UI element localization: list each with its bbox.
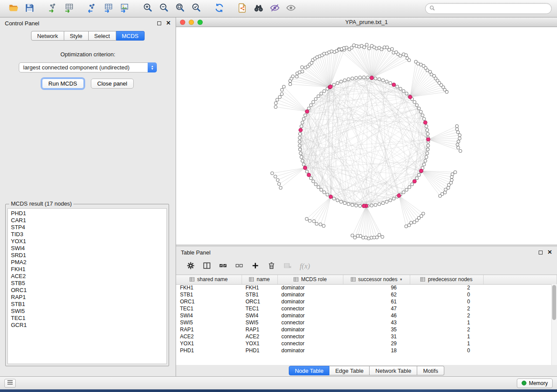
mcds-result-item[interactable]: STP4 [11,224,166,231]
table-cell[interactable]: 29 [343,340,410,347]
table-cell[interactable]: dominator [277,312,343,319]
hide-selected-button[interactable] [266,2,283,16]
table-cell[interactable]: ORC1 [242,298,277,305]
table-row[interactable]: ACE2ACE2connector311 [176,333,557,340]
save-session-button[interactable] [21,2,38,16]
table-cell[interactable]: dominator [277,326,343,333]
close-panel-icon[interactable]: ✕ [166,21,171,25]
table-cell[interactable]: PHD1 [176,347,242,354]
table-cell[interactable]: 2 [410,326,483,333]
table-scrollbar[interactable] [551,284,557,365]
table-cell[interactable]: ACE2 [176,333,242,340]
import-network-button[interactable] [45,2,61,16]
zoom-in-button[interactable] [139,2,156,16]
export-image-button[interactable] [116,2,132,16]
mcds-result-item[interactable]: TEC1 [11,315,166,322]
memory-button[interactable]: Memory [517,378,553,388]
table-cell[interactable]: 1 [410,333,483,340]
column-header-successor-nodes[interactable]: successor nodes ▾ [343,275,410,284]
table-cell[interactable]: 0 [410,291,483,298]
table-cell[interactable]: connector [277,305,343,312]
function-builder-button[interactable]: f(x) [300,260,310,272]
table-cell[interactable]: TEC1 [242,305,277,312]
panels-menu-button[interactable] [4,379,16,388]
sort-chevron-icon[interactable]: ▾ [400,277,402,282]
table-row[interactable]: YOX1YOX1connector291 [176,340,557,347]
mcds-result-item[interactable]: SWI4 [11,245,166,252]
table-cell[interactable]: RAP1 [242,326,277,333]
table-cell[interactable]: 2 [410,284,483,291]
show-all-button[interactable] [283,2,299,16]
mcds-result-item[interactable]: PMA2 [11,259,166,266]
apply-layout-button[interactable] [211,2,227,16]
show-columns-button[interactable] [203,260,211,272]
table-settings-button[interactable] [187,260,195,272]
table-cell[interactable]: YOX1 [242,340,277,347]
zoom-out-button[interactable] [156,2,172,16]
table-cell[interactable]: ORC1 [176,298,242,305]
mcds-result-list[interactable]: PHD1CAR1STP4TID3YOX1SWI4SRD1PMA2FKH1ACE2… [7,208,167,364]
network-frame-titlebar[interactable]: YPA_prune.txt_1 [176,17,557,27]
table-cell[interactable]: TEC1 [176,305,242,312]
import-table-button[interactable] [61,2,77,16]
table-cell[interactable]: 2 [410,312,483,319]
tab-network[interactable]: Network [31,31,64,41]
table-row[interactable]: PHD1PHD1dominator180 [176,347,557,354]
table-cell[interactable]: SWI4 [176,312,242,319]
mcds-result-item[interactable]: PHD1 [11,210,166,217]
table-row[interactable]: FKH1FKH1dominator962 [176,284,557,291]
table-cell[interactable]: 47 [343,305,410,312]
table-cell[interactable]: 1 [410,319,483,326]
mcds-result-item[interactable]: RAP1 [11,294,166,301]
mcds-result-item[interactable]: SRD1 [11,252,166,259]
tab-select[interactable]: Select [89,31,116,41]
tab-mcds[interactable]: MCDS [116,31,145,41]
table-cell[interactable]: SWI5 [176,319,242,326]
table-cell[interactable]: 0 [410,298,483,305]
table-cell[interactable]: FKH1 [176,284,242,291]
table-cell[interactable]: connector [277,340,343,347]
tab-motifs[interactable]: Motifs [417,366,444,375]
tab-node-table[interactable]: Node Table [289,366,330,375]
table-cell[interactable]: 62 [343,291,410,298]
close-table-panel-icon[interactable]: ✕ [547,250,552,254]
table-cell[interactable]: dominator [277,298,343,305]
table-cell[interactable]: STB1 [242,291,277,298]
table-scrollbar-thumb[interactable] [552,285,556,320]
table-cell[interactable]: connector [277,319,343,326]
table-cell[interactable]: 61 [343,298,410,305]
table-row[interactable]: TEC1TEC1connector472 [176,305,557,312]
table-row[interactable]: SWI5SWI5connector431 [176,319,557,326]
mcds-result-item[interactable]: FKH1 [11,266,166,273]
network-graph-svg[interactable] [176,27,557,244]
table-row[interactable]: ORC1ORC1dominator610 [176,298,557,305]
column-header-predecessor-nodes[interactable]: predecessor nodes [410,275,483,284]
table-row[interactable]: STB1STB1dominator620 [176,291,557,298]
export-network-button[interactable] [84,2,100,16]
column-header-name[interactable]: name [242,275,277,284]
table-cell[interactable]: YOX1 [176,340,242,347]
mcds-result-item[interactable]: ORC1 [11,287,166,294]
deselect-all-button[interactable] [235,260,243,272]
table-row[interactable]: SWI4SWI4dominator462 [176,312,557,319]
close-window-icon[interactable] [180,20,185,25]
table-cell[interactable]: dominator [277,284,343,291]
table-cell[interactable]: RAP1 [176,326,242,333]
column-header-mcds-role[interactable]: MCDS role [277,275,343,284]
export-table-button[interactable] [100,2,116,16]
mcds-result-item[interactable]: GCR1 [11,322,166,329]
search-input[interactable] [438,6,547,12]
table-cell[interactable]: connector [277,333,343,340]
table-cell[interactable]: 43 [343,319,410,326]
maximize-window-icon[interactable] [197,20,203,25]
float-panel-icon[interactable] [157,21,161,25]
mcds-result-item[interactable]: STB1 [11,301,166,308]
table-cell[interactable]: dominator [277,291,343,298]
table-cell[interactable]: 18 [343,347,410,354]
zoom-fit-button[interactable] [172,2,188,16]
close-panel-button[interactable]: Close panel [91,79,134,89]
table-cell[interactable]: 31 [343,333,410,340]
optimization-criterion-select[interactable]: largest connected component (undirected)… [19,62,157,72]
select-all-button[interactable] [219,260,227,272]
mcds-result-item[interactable]: YOX1 [11,238,166,245]
